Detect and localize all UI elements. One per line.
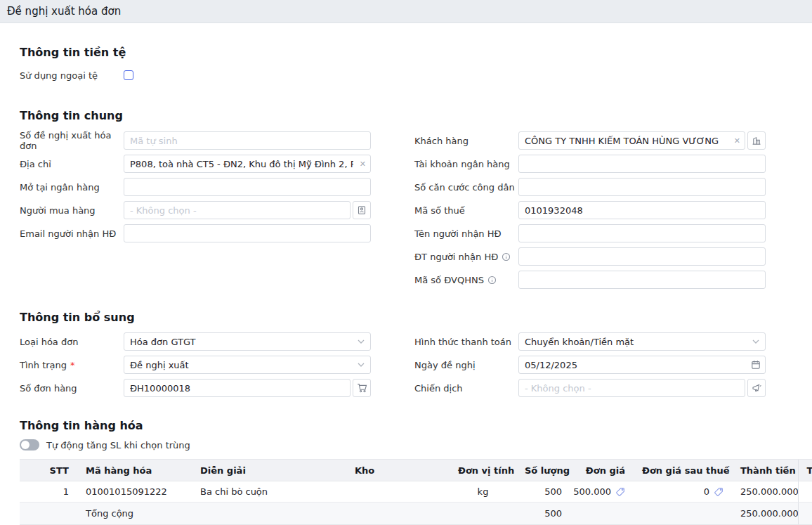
- section-title-general: Thông tin chung: [20, 109, 766, 122]
- section-title-additional: Thông tin bổ sung: [20, 311, 766, 324]
- ma-so-dvqhns-input[interactable]: [518, 271, 766, 289]
- col-header-stt: STT: [20, 460, 77, 481]
- table-row[interactable]: 1 01001015091222 Ba chỉ bò cuộn kg 500 5…: [20, 481, 812, 503]
- field-label: Khách hàng: [414, 136, 518, 146]
- cell-clipped: [798, 481, 812, 503]
- field-label-text: Tình trạng: [20, 360, 67, 370]
- cell-dien-giai: Ba chỉ bò cuộn: [192, 481, 346, 503]
- close-icon[interactable]: ✕: [360, 160, 366, 168]
- cell-don-vi-tinh: kg: [450, 481, 516, 503]
- can-cuoc-input[interactable]: [518, 178, 766, 196]
- col-header-don-gia: Đơn giá: [570, 460, 634, 481]
- so-don-hang-input[interactable]: [124, 379, 351, 397]
- chevron-down-icon: [358, 339, 365, 344]
- general-left-column: Số đề nghị xuất hóa đơn Địa chỉ ✕ Mở tại…: [20, 131, 371, 242]
- field-label: Mã số ĐVQHNS: [414, 275, 518, 285]
- auto-increase-qty-label: Tự động tăng SL khi chọn trùng: [46, 440, 190, 451]
- chien-dich-input[interactable]: [518, 379, 745, 397]
- tai-khoan-ngan-hang-input[interactable]: [518, 155, 766, 173]
- field-email-nguoi-nhan: Email người nhận HĐ: [20, 224, 371, 242]
- ngay-de-nghi-input[interactable]: [518, 356, 766, 374]
- info-icon[interactable]: [487, 276, 497, 285]
- mo-tai-ngan-hang-input[interactable]: [124, 178, 371, 196]
- footer-label: Tổng cộng: [77, 503, 192, 525]
- selected-value: Đề nghị xuất: [130, 360, 189, 370]
- items-table: STT Mã hàng hóa Diễn giải Kho Đơn vị tín…: [20, 459, 812, 525]
- dt-nguoi-nhan-input[interactable]: [518, 247, 766, 266]
- tag-icon[interactable]: [615, 487, 625, 497]
- building-icon[interactable]: [747, 131, 766, 150]
- so-de-nghi-input[interactable]: [124, 131, 371, 150]
- email-nguoi-nhan-input[interactable]: [124, 224, 371, 242]
- page-title: Đề nghị xuất hóa đơn: [7, 5, 121, 18]
- footer-empty: [20, 503, 77, 525]
- field-label-text: ĐT người nhận HĐ: [414, 252, 498, 262]
- field-nguoi-mua-hang: Người mua hàng: [20, 201, 371, 219]
- field-label: Số đơn hàng: [20, 383, 124, 394]
- tag-icon[interactable]: [714, 487, 723, 497]
- use-foreign-currency-checkbox[interactable]: [124, 70, 133, 80]
- field-label: Người mua hàng: [20, 205, 124, 216]
- info-icon[interactable]: [502, 252, 511, 261]
- tinh-trang-select[interactable]: Đề nghị xuất: [124, 356, 371, 374]
- field-ten-nguoi-nhan: Tên người nhận HĐ: [414, 224, 766, 242]
- field-dt-nguoi-nhan: ĐT người nhận HĐ: [414, 247, 766, 266]
- col-header-don-gia-sau-thue: Đơn giá sau thuế: [634, 460, 732, 481]
- field-label: Chiến dịch: [414, 383, 518, 394]
- field-label: Tài khoản ngân hàng: [414, 159, 518, 169]
- nguoi-mua-hang-input[interactable]: [124, 201, 351, 219]
- close-icon[interactable]: ✕: [734, 137, 740, 145]
- field-mo-tai-ngan-hang: Mở tại ngân hàng: [20, 178, 371, 196]
- khach-hang-input[interactable]: [518, 131, 745, 150]
- general-right-column: Khách hàng ✕: [414, 131, 766, 289]
- field-label: Loại hóa đơn: [20, 337, 124, 347]
- field-use-foreign-currency: Sử dụng ngoại tệ: [20, 68, 766, 82]
- ma-so-thue-input[interactable]: [518, 201, 766, 219]
- field-tinh-trang: Tình trạng * Đề nghị xuất: [20, 356, 371, 374]
- additional-left-column: Loại hóa đơn Hóa đơn GTGT Tình trạng *: [20, 332, 371, 397]
- field-label-text: Mã số ĐVQHNS: [414, 275, 484, 285]
- loai-hoa-don-select[interactable]: Hóa đơn GTGT: [124, 332, 371, 351]
- field-ngay-de-nghi: Ngày đề nghị: [414, 356, 766, 374]
- field-can-cuoc: Số căn cước công dân: [414, 178, 766, 196]
- page-header: Đề nghị xuất hóa đơn: [0, 0, 812, 23]
- field-label: Mở tại ngân hàng: [20, 182, 124, 193]
- field-so-de-nghi: Số đề nghị xuất hóa đơn: [20, 131, 371, 150]
- selected-value: Chuyển khoản/Tiền mặt: [525, 337, 634, 347]
- field-label: Mã số thuế: [414, 205, 518, 216]
- field-loai-hoa-don: Loại hóa đơn Hóa đơn GTGT: [20, 332, 371, 351]
- col-header-kho: Kho: [346, 460, 450, 481]
- dia-chi-input[interactable]: [124, 155, 371, 173]
- cell-don-gia-sau-thue: 0: [634, 481, 732, 503]
- table-header-row: STT Mã hàng hóa Diễn giải Kho Đơn vị tín…: [20, 460, 812, 481]
- field-khach-hang: Khách hàng ✕: [414, 131, 766, 150]
- field-ma-so-dvqhns: Mã số ĐVQHNS: [414, 271, 766, 289]
- field-tai-khoan-ngan-hang: Tài khoản ngân hàng: [414, 155, 766, 173]
- calendar-icon[interactable]: [751, 360, 761, 370]
- cell-don-gia: 500.000: [570, 481, 634, 503]
- field-label: Số căn cước công dân: [414, 182, 518, 193]
- don-gia-sau-thue-value: 0: [704, 486, 709, 497]
- contact-card-icon[interactable]: [353, 201, 371, 219]
- cell-kho: [346, 481, 450, 503]
- section-title-currency: Thông tin tiền tệ: [20, 46, 766, 59]
- col-header-don-vi-tinh: Đơn vị tính: [450, 460, 516, 481]
- cell-so-luong: 500: [516, 481, 570, 503]
- auto-increase-qty-row: Tự động tăng SL khi chọn trùng: [0, 439, 766, 451]
- use-foreign-currency-label: Sử dụng ngoại tệ: [20, 70, 124, 81]
- field-label: Số đề nghị xuất hóa đơn: [20, 130, 124, 151]
- auto-increase-qty-toggle[interactable]: [20, 439, 39, 451]
- ten-nguoi-nhan-input[interactable]: [518, 224, 766, 242]
- field-label: Địa chỉ: [20, 159, 124, 169]
- additional-right-column: Hình thức thanh toán Chuyển khoản/Tiền m…: [414, 332, 766, 397]
- field-chien-dich: Chiến dịch: [414, 379, 766, 397]
- col-header-so-luong: Số lượng: [516, 460, 570, 481]
- field-label: Hình thức thanh toán: [414, 337, 518, 347]
- field-label: Tình trạng *: [20, 360, 124, 370]
- cart-icon[interactable]: [353, 379, 371, 397]
- hinh-thuc-thanh-toan-select[interactable]: Chuyển khoản/Tiền mặt: [518, 332, 766, 351]
- megaphone-icon[interactable]: [747, 379, 766, 397]
- footer-thanh-tien: 250.000.000: [732, 503, 798, 525]
- items-table-container: STT Mã hàng hóa Diễn giải Kho Đơn vị tín…: [20, 459, 812, 525]
- don-gia-value: 500.000: [573, 486, 611, 497]
